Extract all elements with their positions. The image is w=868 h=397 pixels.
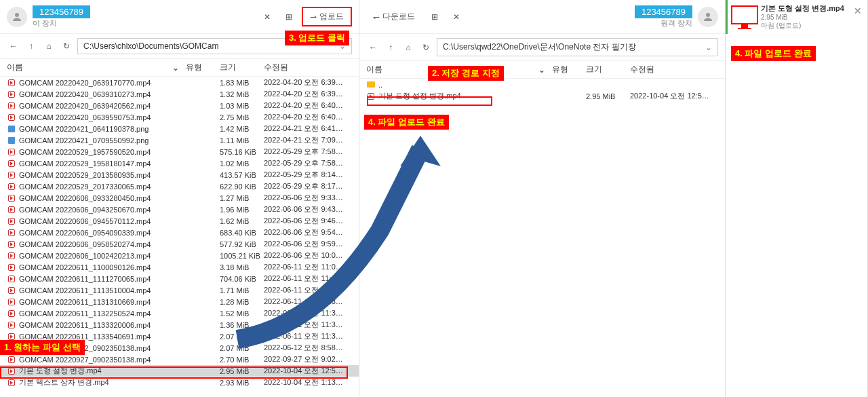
nav-back-icon[interactable]: ← (366, 41, 380, 54)
file-row[interactable]: GOMCAM 20220529_2013580935.mp4413.57 KiB… (0, 169, 359, 181)
video-icon (7, 228, 16, 238)
download-icon: ↽ (373, 12, 380, 22)
file-name: GOMCAM 20220529_2017330065.mp4 (19, 183, 220, 191)
file-row[interactable]: GOMCAM 20220529_2017330065.mp4622.90 KiB… (0, 181, 359, 192)
file-row[interactable]: GOMCAM 20220611_1131310669.mp41.28 MiB20… (0, 296, 359, 307)
nav-home-icon[interactable]: ⌂ (42, 39, 56, 53)
file-row[interactable]: GOMCAM 20220421_0709550992.png1.11 MiB20… (0, 134, 359, 146)
file-name: GOMCAM 20220529_1957590520.mp4 (19, 148, 220, 156)
close-icon[interactable]: ✕ (854, 5, 862, 16)
file-row[interactable]: GOMCAM 20220421_0641190378.png1.42 MiB20… (0, 123, 359, 134)
close-tab-button[interactable]: ✕ (448, 8, 465, 26)
file-row[interactable]: GOMCAM 20220606_0945570112.mp41.62 MiB20… (0, 215, 359, 227)
file-row[interactable]: GOMCAM 20220420_0639170770.mp41.83 MiB20… (0, 77, 359, 88)
file-size: 2.07 MiB (220, 344, 264, 352)
file-row[interactable]: GOMCAM 20220606_1002420213.mp41005.21 Ki… (0, 250, 359, 261)
file-size: 1.96 MiB (220, 206, 264, 214)
file-name: GOMCAM 20220606_0945570112.mp4 (19, 217, 220, 225)
remote-path-text: C:\Users\qwd22\OneDrive\문서\OneNote 전자 필기… (443, 41, 636, 53)
file-size: 3.18 MiB (220, 263, 264, 271)
col-size[interactable]: 크기 (220, 62, 264, 73)
file-size: 1.02 MiB (220, 159, 264, 168)
file-date: 2022-06-06 오전 10:0… (264, 250, 352, 261)
file-row[interactable]: GOMCAM 20220420_0639310273.mp41.32 MiB20… (0, 88, 359, 100)
file-size: 2.93 MiB (220, 379, 264, 387)
local-header: 123456789 이 장치 ✕ ⊞ ⇀ 업로드 (0, 0, 359, 34)
file-size: 2.75 MiB (220, 113, 264, 121)
file-row[interactable]: GOMCAM 20220611_1133320006.mp41.36 MiB20… (0, 319, 359, 330)
file-row[interactable]: GOMCAM 20220529_1958180147.mp41.02 MiB20… (0, 157, 359, 169)
nav-up-icon[interactable]: ↑ (24, 39, 38, 53)
img-icon (7, 136, 16, 145)
file-name: 기본 도형 설정 변경.mp4 (378, 91, 586, 101)
file-row[interactable]: GOMCAM 20220606_0933280450.mp41.27 MiB20… (0, 192, 359, 204)
file-row[interactable]: GOMCAM 20220606_0943250670.mp41.96 MiB20… (0, 204, 359, 215)
file-date: 2022-04-21 오전 6:41… (264, 124, 352, 134)
file-size: 2.70 MiB (220, 356, 264, 364)
col-type[interactable]: 유형 (552, 64, 586, 75)
file-row[interactable]: GOMCAM 20220611_1113510004.mp41.71 MiB20… (0, 284, 359, 296)
updir-row[interactable]: .. (359, 79, 725, 90)
file-name: GOMCAM 20220606_1002420213.mp4 (19, 252, 220, 260)
download-button[interactable]: ↽ 다운로드 (366, 8, 422, 25)
col-size[interactable]: 크기 (586, 64, 630, 75)
remote-header: 123456789 원격 장치 ↽ 다운로드 ⊞ ✕ (359, 0, 725, 34)
col-modified[interactable]: 수정됨 (264, 62, 352, 73)
nav-up-icon[interactable]: ↑ (384, 41, 397, 54)
file-name: .. (378, 81, 718, 89)
file-name: GOMCAM 20220606_0933280450.mp4 (19, 194, 220, 202)
remote-columns: 이름⌄ 유형 크기 수정됨 (359, 61, 725, 79)
chevron-down-icon[interactable]: ⌄ (705, 43, 712, 52)
file-name: GOMCAM 20220420_0639420562.mp4 (19, 102, 220, 110)
file-date: 2022-06-06 오전 9:46… (264, 216, 352, 226)
file-size: 1.83 MiB (220, 79, 264, 87)
close-tab-button[interactable]: ✕ (258, 8, 276, 26)
file-size: 2.07 MiB (220, 333, 264, 341)
svg-point-1 (706, 13, 710, 17)
col-name[interactable]: 이름⌄ (7, 62, 186, 73)
nav-home-icon[interactable]: ⌂ (401, 41, 415, 54)
file-date: 2022-05-29 오후 8:14… (264, 170, 352, 180)
svg-point-0 (15, 13, 19, 17)
remote-path-input[interactable]: C:\Users\qwd22\OneDrive\문서\OneNote 전자 필기… (437, 38, 718, 56)
col-type[interactable]: 유형 (186, 62, 220, 73)
file-row[interactable]: 기본 텍스트 상자 변경.mp42.93 MiB2022-10-04 오전 1:… (0, 377, 359, 388)
video-icon (7, 205, 16, 214)
nav-refresh-icon[interactable]: ↻ (60, 39, 73, 53)
notification-title: 기본 도형 설정 변경.mp4 (761, 3, 844, 14)
file-date: 2022-09-27 오전 9:02… (264, 354, 352, 364)
upload-button[interactable]: ⇀ 업로드 (302, 7, 352, 26)
upload-label: 업로드 (319, 11, 344, 22)
file-name: GOMCAM 20220529_1958180147.mp4 (19, 159, 220, 168)
file-row[interactable]: GOMCAM 20220606_0954090339.mp4683.40 KiB… (0, 227, 359, 238)
file-date: 2022-06-06 오전 9:54… (264, 227, 352, 238)
nav-back-icon[interactable]: ← (7, 39, 20, 53)
file-name: GOMCAM 20220606_0954090339.mp4 (19, 229, 220, 237)
file-row[interactable]: 기본 도형 설정 변경.mp42.95 MiB2022-10-04 오전 12:… (0, 365, 359, 377)
file-row[interactable]: GOMCAM 20220611_1100090126.mp43.18 MiB20… (0, 261, 359, 273)
file-date: 2022-06-11 오전 11:1… (264, 285, 352, 295)
new-tab-button[interactable]: ⊞ (426, 8, 443, 26)
file-row[interactable]: GOMCAM 20220611_1111270065.mp4704.06 KiB… (0, 273, 359, 284)
file-row[interactable]: GOMCAM 20220529_1957590520.mp4575.16 KiB… (0, 146, 359, 157)
file-row[interactable]: GOMCAM 20220420_0639420562.mp41.03 MiB20… (0, 100, 359, 111)
new-tab-button[interactable]: ⊞ (280, 8, 298, 26)
file-size: 413.57 KiB (220, 171, 264, 179)
file-row[interactable]: GOMCAM 20220927_0902350138.mp42.70 MiB20… (0, 354, 359, 365)
file-date: 2022-04-20 오전 6:40… (264, 112, 352, 122)
file-date: 2022-04-20 오전 6:39… (264, 77, 352, 88)
col-modified[interactable]: 수정됨 (630, 64, 718, 75)
video-icon (7, 159, 16, 168)
file-row[interactable]: GOMCAM 20220420_0639590753.mp42.75 MiB20… (0, 111, 359, 123)
file-row[interactable]: GOMCAM 20220606_0958520274.mp4577.92 KiB… (0, 238, 359, 250)
file-date: 2022-05-29 오후 7:58… (264, 147, 352, 157)
user-icon (702, 11, 714, 23)
file-size: 1.42 MiB (220, 125, 264, 133)
file-row[interactable]: GOMCAM 20220611_1132250524.mp41.52 MiB20… (0, 307, 359, 319)
file-size: 1.36 MiB (220, 321, 264, 329)
img-icon (7, 124, 16, 134)
local-device-id: 123456789 (33, 5, 90, 18)
file-row[interactable]: 기본 도형 설정 변경.mp42.95 MiB2022-10-04 오전 12:… (359, 90, 725, 102)
nav-refresh-icon[interactable]: ↻ (419, 41, 433, 54)
download-label: 다운로드 (382, 11, 415, 22)
